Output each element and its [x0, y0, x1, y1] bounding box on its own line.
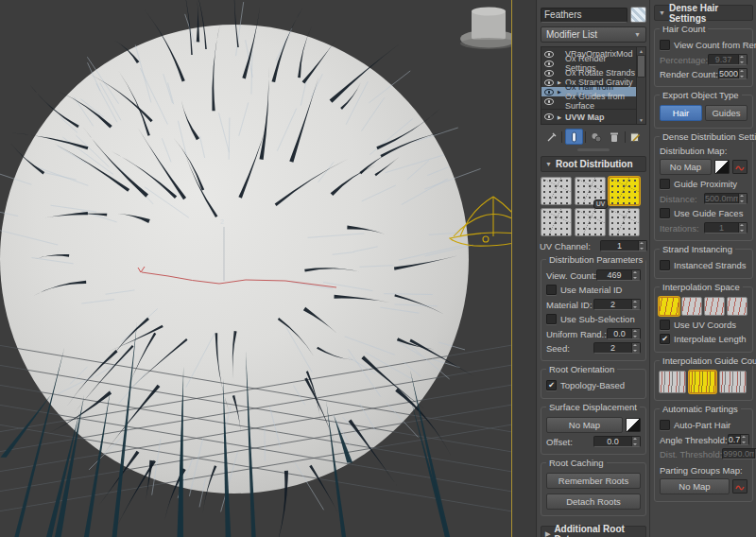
- guide-count-thumbnail[interactable]: [659, 371, 686, 393]
- render-count-spinner[interactable]: 5000: [718, 68, 747, 79]
- visibility-eye-icon[interactable]: [544, 51, 554, 58]
- guide-count-thumbnail[interactable]: [719, 371, 747, 393]
- use-material-id-checkbox[interactable]: Use Material ID: [546, 285, 641, 295]
- uniform-rand-spinner[interactable]: 0.0: [607, 328, 641, 339]
- spinner-arrows[interactable]: [738, 194, 747, 203]
- distribution-map-button[interactable]: No Map: [660, 159, 712, 175]
- scroll-down-icon[interactable]: ▼: [639, 116, 644, 124]
- modifier-row[interactable]: Ox Render Settings: [541, 59, 636, 68]
- view-count-spinner[interactable]: 469: [596, 269, 641, 281]
- spinner-arrows[interactable]: [631, 300, 640, 309]
- show-end-result-button[interactable]: [565, 129, 583, 145]
- percentage-spinner[interactable]: 9.37: [708, 54, 747, 65]
- distribution-thumbnail[interactable]: [541, 177, 572, 205]
- uv-channel-spinner[interactable]: 1: [600, 240, 647, 251]
- group-title: Root Orientation: [546, 364, 617, 374]
- interpolation-space-thumbnail-selected[interactable]: [659, 297, 679, 316]
- visibility-eye-icon[interactable]: [544, 70, 554, 77]
- visibility-eye-icon[interactable]: [544, 113, 554, 120]
- distribution-thumbnail[interactable]: [541, 208, 572, 236]
- rollout-dense-hair-settings[interactable]: ▼ Dense Hair Settings: [654, 5, 753, 21]
- instanced-strands-checkbox[interactable]: Instanced Strands: [660, 260, 747, 270]
- spinner-arrows[interactable]: [738, 55, 747, 64]
- expand-arrow-icon[interactable]: ▶: [557, 89, 562, 95]
- chevron-down-icon: ▼: [634, 31, 641, 38]
- interpolation-space-thumbnail[interactable]: [681, 297, 702, 316]
- map-swatch-icon[interactable]: [714, 160, 730, 174]
- remember-roots-button[interactable]: Remember Roots: [546, 473, 641, 489]
- object-name-input[interactable]: Feathers: [541, 8, 627, 23]
- view-count-label: View. Count:: [546, 270, 596, 281]
- pin-stack-button[interactable]: [543, 130, 559, 144]
- offset-spinner[interactable]: 0.0: [593, 436, 641, 447]
- checkbox-box: [660, 179, 670, 189]
- expand-arrow-icon[interactable]: ▶: [557, 114, 562, 120]
- parting-groups-map-button[interactable]: No Map: [660, 478, 730, 494]
- spinner-arrows[interactable]: [740, 435, 748, 444]
- visibility-eye-icon[interactable]: [544, 79, 554, 86]
- visibility-eye-icon[interactable]: [544, 61, 554, 67]
- topology-based-checkbox[interactable]: Topology-Based: [546, 380, 641, 390]
- stack-scrollbar[interactable]: ▲ ▼: [636, 47, 645, 124]
- distribution-thumbnail[interactable]: [609, 208, 640, 236]
- visibility-eye-icon[interactable]: [544, 89, 554, 95]
- interpolation-space-thumbnail[interactable]: [704, 297, 725, 316]
- object-color-swatch[interactable]: [630, 7, 646, 23]
- detach-roots-button[interactable]: Detach Roots: [546, 494, 641, 510]
- guide-count-thumbnail-selected[interactable]: [689, 371, 716, 393]
- distance-label: Distance:: [660, 194, 697, 204]
- delete-map-icon[interactable]: [732, 479, 747, 494]
- spinner-arrows[interactable]: [631, 437, 640, 446]
- spinner-arrows[interactable]: [631, 270, 640, 280]
- modifier-row[interactable]: Ox Rotate Strands: [541, 68, 636, 78]
- modifier-row[interactable]: Ox Guides from Surface: [541, 96, 636, 106]
- interpolation-space-thumbnail[interactable]: [727, 297, 747, 316]
- spinner-arrows[interactable]: [738, 223, 747, 233]
- interpolate-length-checkbox[interactable]: Interpolate Length: [660, 334, 747, 344]
- displacement-map-button[interactable]: No Map: [546, 417, 623, 433]
- modifier-list-dropdown[interactable]: Modifier List ▼: [541, 26, 646, 43]
- cap-wireframe-object[interactable]: [450, 197, 511, 246]
- viewport-static-objects: 2: [138, 8, 511, 288]
- guide-spline[interactable]: [142, 272, 336, 287]
- viewport[interactable]: 2: [0, 0, 512, 537]
- remove-modifier-button[interactable]: [606, 130, 622, 144]
- export-hair-button[interactable]: Hair: [660, 105, 702, 121]
- iterations-label: Iterations:: [660, 223, 699, 234]
- use-guide-faces-checkbox[interactable]: Use Guide Faces: [660, 208, 747, 218]
- auto-part-hair-checkbox[interactable]: Auto-Part Hair: [660, 420, 747, 430]
- distribution-thumbnail-selected[interactable]: [609, 177, 640, 205]
- dark-hair-strands: [10, 0, 474, 537]
- checkbox-box-checked: [546, 380, 557, 390]
- use-uv-coords-checkbox[interactable]: Use UV Coords: [660, 320, 747, 330]
- offset-label: Offset:: [546, 437, 573, 447]
- rollout-root-distribution[interactable]: ▼ Root Distribution: [541, 156, 646, 172]
- scrollbar-thumb[interactable]: [637, 55, 645, 78]
- distance-spinner[interactable]: 500.0mm: [704, 193, 747, 204]
- guide-proximity-checkbox[interactable]: Guide Proximity: [660, 179, 747, 189]
- dist-threshold-spinner[interactable]: 9990.0m: [722, 448, 756, 459]
- configure-modifier-sets-button[interactable]: [627, 130, 644, 144]
- iterations-spinner[interactable]: 1: [704, 222, 747, 234]
- map-swatch-icon[interactable]: [626, 418, 641, 432]
- scroll-up-icon[interactable]: ▲: [639, 47, 644, 55]
- spinner-arrows[interactable]: [631, 343, 640, 353]
- view-count-from-render-checkbox[interactable]: View Count from Render: [660, 40, 747, 50]
- visibility-eye-icon[interactable]: [544, 98, 554, 105]
- distribution-thumbnail[interactable]: [575, 208, 606, 236]
- modifier-row[interactable]: ▶ UVW Map: [541, 109, 636, 122]
- spinner-arrows[interactable]: [638, 241, 646, 251]
- delete-map-icon[interactable]: [732, 160, 747, 174]
- export-guides-button[interactable]: Guides: [705, 105, 747, 121]
- material-id-spinner[interactable]: 2: [593, 299, 641, 310]
- spinner-arrows[interactable]: [738, 69, 747, 78]
- hat-object[interactable]: [460, 8, 511, 50]
- expand-arrow-icon[interactable]: ▶: [557, 79, 562, 85]
- make-unique-button[interactable]: [588, 130, 604, 144]
- seed-spinner[interactable]: 2: [593, 342, 641, 354]
- use-sub-selection-checkbox[interactable]: Use Sub-Selection: [546, 314, 641, 324]
- rollout-additional-root-data[interactable]: ▶ Additional Root Data: [541, 526, 646, 537]
- panel-splitter-handle[interactable]: [577, 148, 610, 151]
- angle-threshold-spinner[interactable]: 0.7: [728, 434, 750, 445]
- spinner-arrows[interactable]: [631, 329, 640, 338]
